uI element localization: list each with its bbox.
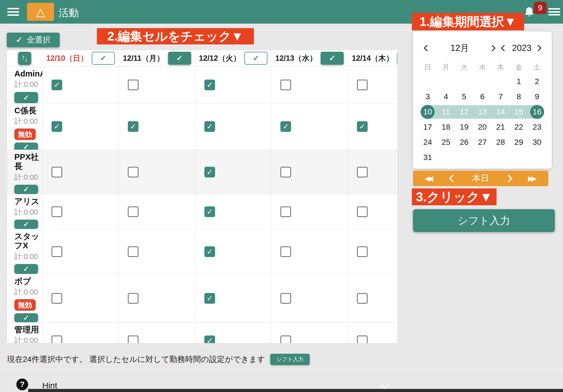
shift-cell[interactable]	[43, 194, 119, 229]
cell-checkbox[interactable]: ✓	[204, 80, 215, 90]
prev-week-icon[interactable]	[449, 175, 457, 182]
calendar-day[interactable]: 30	[528, 135, 546, 150]
cell-checkbox[interactable]: ✓	[204, 167, 215, 177]
calendar-day[interactable]: 21	[491, 120, 510, 135]
calendar-day[interactable]: 10	[419, 104, 437, 120]
shift-cell[interactable]: ✓	[195, 67, 271, 103]
cell-checkbox[interactable]: ✓	[204, 246, 215, 257]
cell-checkbox[interactable]	[128, 80, 138, 90]
row-check-button[interactable]: ✓	[14, 264, 38, 274]
calendar-day[interactable]: 17	[419, 120, 437, 135]
shift-cell[interactable]	[271, 274, 348, 323]
shift-cell[interactable]	[119, 274, 195, 323]
shift-cell[interactable]	[348, 150, 398, 194]
status-shift-input-button[interactable]: シフト入力	[270, 354, 310, 365]
calendar-day[interactable]: 25	[437, 135, 455, 150]
calendar-day[interactable]: 16	[528, 104, 546, 120]
shift-cell[interactable]	[348, 67, 398, 103]
calendar-day[interactable]: 5	[455, 89, 473, 104]
menu-icon[interactable]	[7, 8, 19, 16]
row-check-button[interactable]: ✓	[14, 143, 38, 150]
row-check-button[interactable]: ✓	[14, 185, 38, 194]
shift-cell[interactable]: ✓	[43, 67, 119, 103]
shift-cell[interactable]	[348, 274, 398, 323]
shift-cell[interactable]	[119, 150, 195, 194]
cell-checkbox[interactable]: ✓	[128, 121, 138, 132]
cell-checkbox[interactable]	[128, 335, 138, 344]
shift-cell[interactable]	[271, 150, 348, 194]
cell-checkbox[interactable]	[280, 246, 291, 257]
fast-rewind-icon[interactable]: ◀◀	[425, 175, 433, 183]
shift-cell[interactable]: ✓	[43, 103, 119, 150]
hint-accordion[interactable]: ? Hint	[0, 376, 563, 390]
prev-year-icon[interactable]	[501, 45, 508, 51]
shift-cell[interactable]	[348, 194, 398, 229]
calendar-day[interactable]: 9	[528, 89, 546, 104]
calendar-day[interactable]: 27	[473, 135, 491, 150]
shift-cell[interactable]	[348, 229, 398, 274]
shift-cell[interactable]	[119, 229, 195, 274]
cell-checkbox[interactable]: ✓	[280, 121, 291, 132]
calendar-day[interactable]: 6	[473, 89, 491, 104]
shift-cell[interactable]	[43, 323, 119, 343]
cell-checkbox[interactable]	[357, 335, 368, 344]
calendar-day[interactable]: 13	[473, 104, 491, 120]
cell-checkbox[interactable]	[52, 246, 62, 257]
cell-checkbox[interactable]: ✓	[204, 206, 215, 217]
shift-cell[interactable]	[271, 323, 348, 343]
cell-checkbox[interactable]	[52, 293, 62, 304]
calendar-day[interactable]: 7	[491, 89, 510, 104]
row-check-button[interactable]: ✓	[14, 313, 38, 322]
today-button[interactable]: 本日	[472, 173, 489, 184]
calendar-day[interactable]: 22	[510, 120, 528, 135]
calendar-day[interactable]: 23	[528, 120, 546, 135]
cell-checkbox[interactable]	[357, 293, 368, 304]
next-week-icon[interactable]	[505, 175, 512, 182]
sort-button[interactable]: ↑↓	[18, 52, 31, 65]
shift-cell[interactable]: ✓	[195, 150, 271, 194]
cell-checkbox[interactable]	[52, 206, 62, 217]
cell-checkbox[interactable]: ✓	[204, 121, 215, 132]
cell-checkbox[interactable]	[357, 206, 368, 217]
next-year-icon[interactable]	[535, 45, 542, 51]
cell-checkbox[interactable]	[357, 167, 368, 177]
cell-checkbox[interactable]	[128, 206, 138, 217]
shift-cell[interactable]: ✓	[195, 274, 271, 323]
shift-cell[interactable]: ✓	[195, 103, 271, 150]
shift-cell[interactable]	[271, 229, 348, 274]
fast-forward-icon[interactable]: ▶▶	[528, 175, 537, 183]
cell-checkbox[interactable]	[357, 246, 368, 257]
shift-cell[interactable]	[43, 150, 119, 194]
column-check-button[interactable]: ✓	[244, 52, 267, 65]
shift-cell[interactable]	[119, 194, 195, 229]
cell-checkbox[interactable]: ✓	[52, 80, 62, 90]
shift-cell[interactable]	[43, 274, 119, 323]
shift-cell[interactable]	[43, 229, 119, 274]
calendar-day[interactable]: 29	[510, 135, 528, 150]
calendar-day[interactable]: 19	[455, 120, 473, 135]
shift-cell[interactable]: ✓	[195, 194, 271, 229]
row-check-button[interactable]: ✓	[14, 92, 38, 103]
cell-checkbox[interactable]	[280, 293, 291, 304]
calendar-day[interactable]: 4	[437, 89, 455, 104]
cell-checkbox[interactable]	[280, 80, 291, 90]
calendar-day[interactable]: 2	[528, 74, 546, 89]
cell-checkbox[interactable]: ✓	[52, 121, 62, 132]
cell-checkbox[interactable]: ✓	[357, 121, 368, 132]
next-month-icon[interactable]	[489, 45, 496, 51]
shift-cell[interactable]	[271, 67, 348, 103]
chevron-down-icon[interactable]	[381, 381, 389, 389]
cell-checkbox[interactable]	[52, 167, 62, 177]
column-check-button[interactable]: ✓	[321, 52, 344, 65]
cell-checkbox[interactable]	[128, 293, 138, 304]
calendar-day[interactable]: 3	[419, 89, 437, 104]
cell-checkbox[interactable]: ✓	[204, 335, 215, 344]
shift-cell[interactable]: ✓	[195, 323, 271, 343]
select-all-button[interactable]: ✓ 全選択	[7, 33, 60, 47]
shift-cell[interactable]: ✓	[271, 103, 348, 150]
shift-input-button[interactable]: シフト入力	[413, 209, 555, 232]
cell-checkbox[interactable]	[280, 167, 291, 177]
shift-cell[interactable]	[119, 323, 195, 343]
calendar-day[interactable]: 31	[419, 150, 437, 165]
cell-checkbox[interactable]	[280, 206, 291, 217]
